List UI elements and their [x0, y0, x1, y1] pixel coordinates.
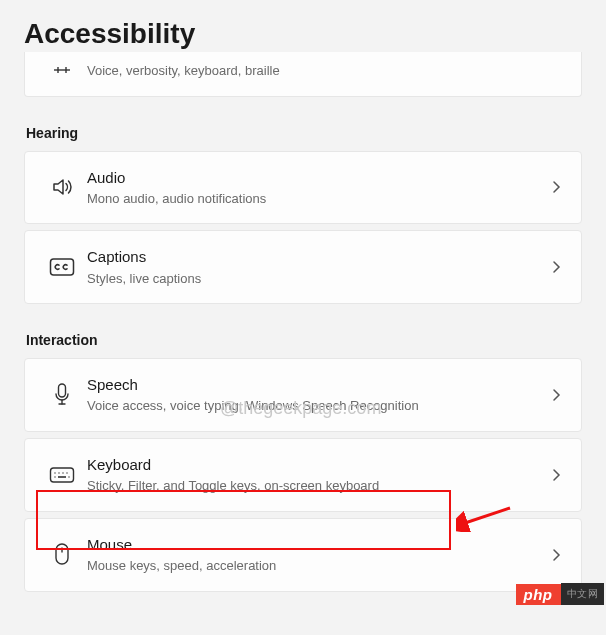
svg-marker-3 — [54, 180, 63, 194]
captions-icon — [43, 257, 81, 277]
settings-item-subtitle: Sticky, Filter, and Toggle keys, on-scre… — [87, 477, 549, 495]
chevron-right-icon — [549, 548, 563, 562]
settings-item-narrator-partial[interactable]: Voice, verbosity, keyboard, braille — [24, 52, 582, 97]
svg-point-10 — [58, 472, 59, 473]
settings-item-title: Audio — [87, 168, 549, 188]
svg-rect-4 — [51, 259, 74, 275]
settings-item-title: Keyboard — [87, 455, 549, 475]
svg-rect-8 — [51, 468, 74, 482]
audio-icon — [43, 175, 81, 199]
settings-item-captions[interactable]: Captions Styles, live captions — [24, 230, 582, 304]
settings-item-audio[interactable]: Audio Mono audio, audio notifications — [24, 151, 582, 225]
settings-item-keyboard[interactable]: Keyboard Sticky, Filter, and Toggle keys… — [24, 438, 582, 512]
svg-point-11 — [62, 472, 63, 473]
settings-item-subtitle: Mono audio, audio notifications — [87, 190, 549, 208]
svg-rect-16 — [56, 544, 68, 564]
settings-item-title: Captions — [87, 247, 549, 267]
settings-item-speech[interactable]: Speech Voice access, voice typing, Windo… — [24, 358, 582, 432]
svg-point-13 — [54, 476, 55, 477]
chevron-right-icon — [549, 180, 563, 194]
svg-point-9 — [54, 472, 55, 473]
svg-rect-5 — [59, 384, 66, 397]
narrator-icon — [43, 63, 81, 77]
mouse-icon — [43, 542, 81, 568]
settings-item-title: Speech — [87, 375, 549, 395]
page-title: Accessibility — [24, 18, 582, 50]
section-label-hearing: Hearing — [26, 125, 582, 141]
settings-item-subtitle: Mouse keys, speed, acceleration — [87, 557, 549, 575]
settings-item-subtitle: Voice access, voice typing, Windows Spee… — [87, 397, 549, 415]
svg-point-15 — [68, 476, 69, 477]
settings-item-mouse[interactable]: Mouse Mouse keys, speed, acceleration — [24, 518, 582, 592]
settings-item-subtitle: Voice, verbosity, keyboard, braille — [87, 62, 563, 80]
chevron-right-icon — [549, 260, 563, 274]
chevron-right-icon — [549, 388, 563, 402]
svg-point-12 — [66, 472, 67, 473]
keyboard-icon — [43, 466, 81, 484]
settings-item-subtitle: Styles, live captions — [87, 270, 549, 288]
settings-item-title: Mouse — [87, 535, 549, 555]
chevron-right-icon — [549, 468, 563, 482]
microphone-icon — [43, 382, 81, 408]
section-label-interaction: Interaction — [26, 332, 582, 348]
